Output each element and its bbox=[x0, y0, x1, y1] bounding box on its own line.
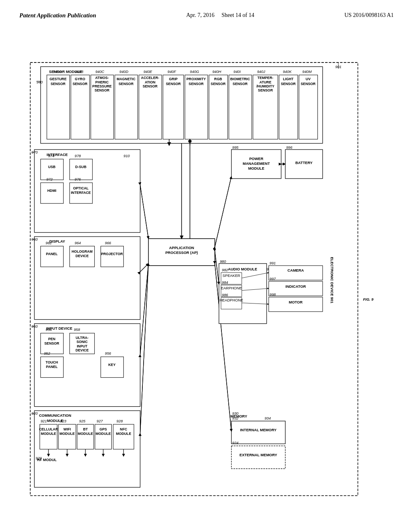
svg-text:940E: 940E bbox=[144, 70, 152, 74]
svg-text:ELECTRONIC DEVICE 901: ELECTRONIC DEVICE 901 bbox=[330, 257, 334, 303]
svg-text:PANEL: PANEL bbox=[46, 252, 58, 256]
svg-text:910: 910 bbox=[123, 154, 130, 158]
svg-text:LIGHT: LIGHT bbox=[283, 77, 294, 81]
svg-text:SENSOR: SENSOR bbox=[281, 82, 296, 86]
svg-text:PHERIC: PHERIC bbox=[95, 80, 109, 84]
svg-text:EXTERNAL MEMORY: EXTERNAL MEMORY bbox=[240, 453, 277, 457]
svg-text:USB: USB bbox=[48, 165, 55, 169]
svg-text:995: 995 bbox=[232, 145, 239, 150]
svg-text:CAMERA: CAMERA bbox=[288, 268, 304, 272]
svg-text:940C: 940C bbox=[95, 70, 104, 74]
svg-text:ULTRA-: ULTRA- bbox=[76, 336, 89, 340]
svg-text:978: 978 bbox=[75, 154, 81, 158]
svg-text:MAGNETIC: MAGNETIC bbox=[117, 77, 136, 81]
svg-text:SENSOR: SENSOR bbox=[50, 82, 66, 86]
svg-text:923: 923 bbox=[60, 419, 67, 423]
svg-text:NFC: NFC bbox=[120, 427, 127, 431]
svg-rect-76 bbox=[70, 159, 93, 180]
svg-text:ATION: ATION bbox=[145, 80, 156, 84]
svg-text:925: 925 bbox=[79, 419, 86, 423]
svg-text:MODULE: MODULE bbox=[78, 432, 93, 436]
svg-text:D-SUB: D-SUB bbox=[75, 165, 87, 169]
svg-text:929: 929 bbox=[35, 456, 42, 460]
svg-text:MODULE: MODULE bbox=[116, 432, 131, 436]
svg-text:UV: UV bbox=[306, 77, 311, 81]
svg-text:SENSOR: SENSOR bbox=[211, 82, 226, 86]
svg-rect-173 bbox=[232, 421, 286, 444]
svg-rect-186 bbox=[269, 266, 323, 280]
svg-text:996: 996 bbox=[286, 145, 292, 150]
svg-text:924: 924 bbox=[232, 441, 238, 445]
svg-text:ATMOS-: ATMOS- bbox=[95, 76, 109, 80]
svg-text:940F: 940F bbox=[167, 70, 176, 74]
svg-text:RGB: RGB bbox=[214, 77, 222, 81]
svg-text:SENSOR: SENSOR bbox=[300, 82, 316, 86]
svg-text:TOUCH: TOUCH bbox=[46, 360, 58, 364]
svg-rect-90 bbox=[41, 246, 64, 267]
svg-text:940B: 940B bbox=[75, 70, 83, 74]
svg-text:964: 964 bbox=[75, 241, 81, 245]
svg-text:FIG. 9: FIG. 9 bbox=[363, 297, 374, 301]
diagram-container: text { font-family: Arial, sans-serif; f… bbox=[24, 60, 389, 500]
svg-text:MODULE: MODULE bbox=[60, 432, 75, 436]
svg-text:BATTERY: BATTERY bbox=[295, 161, 313, 165]
svg-text:ATURE: ATURE bbox=[259, 80, 271, 84]
svg-text:SPEAKER: SPEAKER bbox=[223, 274, 240, 278]
svg-text:984: 984 bbox=[222, 281, 228, 285]
svg-text:GPS: GPS bbox=[100, 427, 107, 431]
svg-text:DEVICE: DEVICE bbox=[75, 254, 89, 258]
svg-text:APPLICATION: APPLICATION bbox=[169, 246, 194, 250]
svg-text:SENSOR: SENSOR bbox=[189, 82, 204, 86]
svg-text:940K: 940K bbox=[283, 70, 292, 74]
svg-text:MANAGEMENT: MANAGEMENT bbox=[243, 162, 270, 166]
svg-text:/HUMIDITY: /HUMIDITY bbox=[257, 84, 275, 88]
svg-text:940I: 940I bbox=[234, 70, 241, 74]
page-header: Patent Application Publication Apr. 7, 2… bbox=[0, 0, 413, 20]
svg-text:940H: 940H bbox=[212, 70, 221, 74]
svg-text:SENSOR: SENSOR bbox=[73, 82, 88, 86]
svg-text:940J: 940J bbox=[257, 70, 265, 74]
svg-text:GRIP: GRIP bbox=[169, 77, 178, 81]
svg-text:MODULE: MODULE bbox=[96, 432, 111, 436]
svg-text:KEY: KEY bbox=[108, 363, 116, 367]
svg-text:INTERNAL MEMORY: INTERNAL MEMORY bbox=[240, 428, 277, 432]
svg-text:991: 991 bbox=[269, 261, 275, 265]
svg-text:INTERFACE: INTERFACE bbox=[71, 191, 91, 195]
svg-text:AUDIO MODULE: AUDIO MODULE bbox=[228, 267, 257, 271]
svg-text:962: 962 bbox=[46, 241, 52, 245]
svg-text:SENSOR: SENSOR bbox=[94, 88, 110, 92]
svg-text:PANEL: PANEL bbox=[46, 365, 58, 369]
svg-text:SENSOR: SENSOR bbox=[143, 84, 158, 88]
svg-text:998: 998 bbox=[269, 293, 276, 297]
patent-number: US 2016/0098163 A1 bbox=[344, 11, 394, 19]
sheet-info: Sheet 14 of 14 bbox=[221, 12, 254, 18]
page: Patent Application Publication Apr. 7, 2… bbox=[0, 0, 413, 532]
svg-rect-177 bbox=[232, 446, 286, 469]
svg-text:927: 927 bbox=[97, 419, 103, 423]
svg-text:PRESSURE: PRESSURE bbox=[92, 84, 112, 88]
svg-text:COMMUNICATION: COMMUNICATION bbox=[39, 414, 71, 418]
svg-text:940M: 940M bbox=[302, 70, 312, 74]
svg-text:956: 956 bbox=[105, 351, 111, 355]
svg-text:HEADPHONE: HEADPHONE bbox=[219, 298, 243, 302]
svg-text:GYRO: GYRO bbox=[75, 77, 86, 81]
svg-text:BIOMETRIC: BIOMETRIC bbox=[230, 77, 250, 81]
svg-text:OPTICAL: OPTICAL bbox=[73, 186, 89, 190]
svg-text:921: 921 bbox=[41, 419, 47, 423]
svg-text:930: 930 bbox=[232, 411, 239, 416]
svg-text:934: 934 bbox=[265, 416, 271, 420]
svg-text:SONIC: SONIC bbox=[77, 340, 88, 344]
svg-text:EARPHONE: EARPHONE bbox=[221, 286, 242, 290]
svg-text:WIFI: WIFI bbox=[63, 427, 71, 431]
svg-text:974: 974 bbox=[48, 154, 54, 158]
svg-text:CELLULAR: CELLULAR bbox=[39, 427, 58, 431]
publication-date: Apr. 7, 2016 bbox=[186, 12, 215, 18]
svg-text:PROJECTOR: PROJECTOR bbox=[101, 252, 123, 256]
svg-text:DEVICE: DEVICE bbox=[75, 348, 89, 352]
svg-text:954: 954 bbox=[46, 328, 52, 332]
svg-text:MOTOR: MOTOR bbox=[289, 300, 303, 304]
svg-text:SENSOR: SENSOR bbox=[233, 82, 248, 86]
svg-text:940: 940 bbox=[36, 80, 43, 84]
svg-text:966: 966 bbox=[105, 241, 111, 245]
svg-text:INDICATOR: INDICATOR bbox=[286, 285, 306, 289]
